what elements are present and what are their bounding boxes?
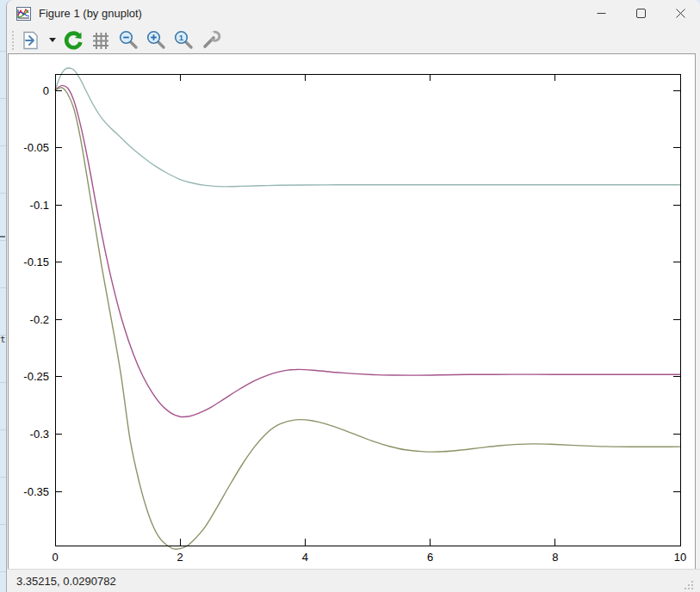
svg-text:10: 10 bbox=[674, 551, 686, 564]
y-tick-labels: 0-0.05-0.1-0.15-0.2-0.25-0.3-0.35 bbox=[23, 84, 49, 498]
export-document-icon bbox=[21, 30, 41, 51]
zoom-in-button[interactable] bbox=[144, 28, 168, 52]
curves bbox=[55, 68, 680, 549]
svg-text:4: 4 bbox=[302, 551, 308, 564]
svg-text:-0.05: -0.05 bbox=[23, 141, 49, 154]
svg-text:1: 1 bbox=[178, 33, 183, 42]
zoom-reset-button[interactable]: 1 bbox=[171, 28, 195, 52]
svg-text:0: 0 bbox=[43, 84, 49, 97]
svg-text:2: 2 bbox=[177, 551, 183, 564]
svg-text:0: 0 bbox=[52, 551, 58, 564]
statusbar: 3.35215, 0.0290782 bbox=[8, 569, 700, 592]
replot-button[interactable] bbox=[61, 28, 85, 52]
maximize-button[interactable] bbox=[621, 0, 660, 27]
curve-series-1 bbox=[55, 68, 680, 187]
svg-text:-0.3: -0.3 bbox=[30, 428, 49, 441]
window-controls bbox=[581, 0, 700, 27]
background-window-fragment: t: bbox=[0, 0, 6, 592]
minimize-button[interactable] bbox=[581, 0, 621, 27]
curve-series-3 bbox=[55, 88, 680, 550]
gnuplot-app-icon bbox=[16, 7, 31, 21]
resize-grip[interactable] bbox=[684, 580, 694, 590]
toolbar: 1 bbox=[7, 27, 700, 53]
cursor-coordinates: 3.35215, 0.0290782 bbox=[16, 575, 116, 588]
zoom-in-icon bbox=[146, 29, 167, 51]
titlebar[interactable]: Figure 1 (by gnuplot) bbox=[7, 0, 700, 27]
close-button[interactable] bbox=[660, 0, 700, 27]
background-text-fragment: t: bbox=[0, 334, 6, 346]
svg-text:-0.25: -0.25 bbox=[23, 370, 49, 383]
grid-button[interactable] bbox=[89, 28, 113, 52]
svg-text:8: 8 bbox=[552, 551, 558, 564]
export-plot-button[interactable] bbox=[19, 28, 43, 52]
toolbar-grip[interactable] bbox=[12, 31, 17, 50]
svg-text:-0.35: -0.35 bbox=[23, 485, 49, 498]
svg-text:-0.2: -0.2 bbox=[30, 313, 49, 326]
export-menu-button[interactable] bbox=[46, 28, 58, 52]
svg-text:-0.15: -0.15 bbox=[23, 256, 49, 268]
zoom-out-icon bbox=[118, 29, 139, 51]
curve-series-2 bbox=[55, 85, 680, 416]
axis-ticks bbox=[55, 74, 680, 546]
grid-icon bbox=[90, 30, 111, 51]
background-tick-mark bbox=[0, 236, 5, 237]
x-tick-labels: 0246810 bbox=[52, 551, 686, 564]
gnuplot-figure-window: Figure 1 (by gnuplot) bbox=[6, 0, 700, 592]
desktop-background: t: Figure 1 (by gnuplot) bbox=[0, 0, 700, 592]
window-title: Figure 1 (by gnuplot) bbox=[39, 7, 581, 20]
settings-button[interactable] bbox=[199, 28, 223, 52]
figure-plot[interactable]: 02468100-0.05-0.1-0.15-0.2-0.25-0.3-0.35 bbox=[9, 54, 695, 569]
plot-frame bbox=[55, 74, 680, 546]
zoom-reset-icon: 1 bbox=[173, 29, 195, 51]
dropdown-caret-icon bbox=[49, 38, 56, 42]
zoom-out-button[interactable] bbox=[116, 28, 140, 52]
wrench-icon bbox=[201, 29, 222, 51]
svg-text:-0.1: -0.1 bbox=[30, 199, 49, 212]
replot-refresh-icon bbox=[63, 30, 84, 51]
svg-text:6: 6 bbox=[427, 551, 433, 564]
plot-canvas[interactable]: 02468100-0.05-0.1-0.15-0.2-0.25-0.3-0.35 bbox=[8, 53, 696, 570]
